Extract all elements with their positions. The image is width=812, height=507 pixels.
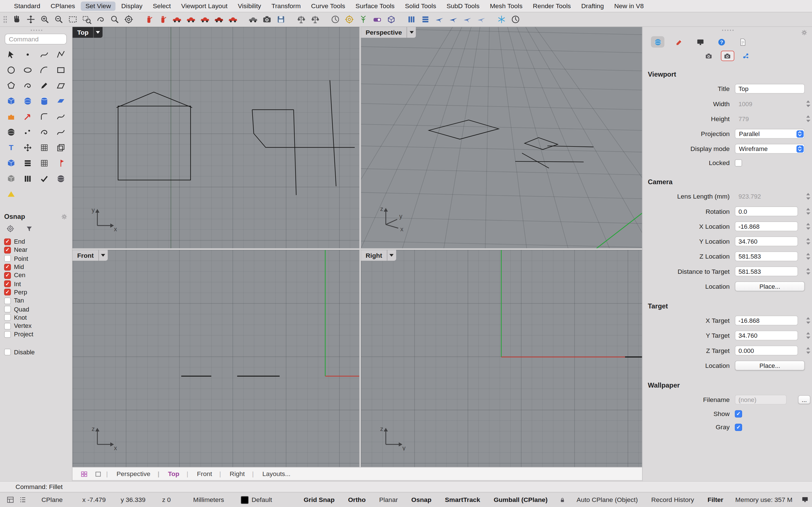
panel-gear-icon[interactable] <box>801 29 808 36</box>
menu-item[interactable]: Set View <box>81 1 116 11</box>
osnap-toggle[interactable]: Tan <box>4 297 68 305</box>
zoom-window-icon[interactable] <box>66 13 79 25</box>
locked-checkbox[interactable] <box>735 159 742 167</box>
plant-icon[interactable] <box>357 13 370 25</box>
cylinder-icon[interactable] <box>37 95 51 107</box>
viewport-tab[interactable]: Front <box>188 470 221 478</box>
y-location-stepper[interactable] <box>805 237 810 245</box>
layer-color-swatch[interactable] <box>241 496 249 504</box>
osnap-toggle[interactable]: Int <box>4 280 68 288</box>
target-view-icon[interactable] <box>343 13 356 25</box>
osnap-toggle[interactable]: Point <box>4 255 68 263</box>
osnap-toggle[interactable]: Cen <box>4 271 68 280</box>
blend-curve-icon[interactable] <box>54 111 68 122</box>
y-target-stepper[interactable] <box>805 332 810 339</box>
viewport-tab[interactable]: Top <box>159 470 188 478</box>
osnap-disable-toggle[interactable]: Disable <box>4 348 68 356</box>
current-layer[interactable]: Default <box>252 496 272 503</box>
menu-item[interactable]: Render Tools <box>528 1 575 11</box>
osnap-checkbox[interactable] <box>4 323 11 329</box>
osnap-toggle[interactable]: Near <box>4 246 68 255</box>
drape-icon[interactable] <box>54 173 68 184</box>
jet-icon[interactable] <box>461 13 474 25</box>
viewport-menu-arrow-icon[interactable] <box>407 27 416 38</box>
zoom-target-icon[interactable] <box>122 13 135 25</box>
osnap-checkbox[interactable] <box>4 238 11 245</box>
box-icon[interactable] <box>4 95 18 107</box>
osnap-checkbox[interactable] <box>4 264 11 270</box>
osnap-mode-icon[interactable] <box>5 224 15 233</box>
menu-item[interactable]: Viewport Layout <box>176 1 232 11</box>
zoom-extents-icon[interactable] <box>108 13 121 25</box>
distribute-icon[interactable] <box>20 157 35 169</box>
compass-icon[interactable] <box>509 13 522 25</box>
menu-item[interactable]: Solid Tools <box>400 1 441 11</box>
properties-tab[interactable] <box>651 36 665 48</box>
viewport-top[interactable]: Top y x <box>72 27 359 248</box>
rectangle-icon[interactable] <box>54 64 68 76</box>
osnap-toggle[interactable]: Mid <box>4 263 68 271</box>
menu-item[interactable]: New in V8 <box>610 1 649 11</box>
panel-toggle-icon[interactable] <box>801 496 809 504</box>
lasso-icon[interactable] <box>54 126 68 138</box>
rotate-view-icon[interactable] <box>24 13 37 25</box>
car-back-view-icon[interactable] <box>212 13 225 25</box>
z-target-stepper[interactable] <box>805 347 810 355</box>
display-mode-select[interactable]: Wireframe <box>735 144 805 154</box>
osnap-checkbox[interactable] <box>4 314 11 321</box>
menu-item[interactable]: Standard <box>9 1 45 11</box>
browse-button[interactable]: ... <box>798 395 810 404</box>
points-icon[interactable] <box>20 126 35 138</box>
notes-tab[interactable] <box>736 36 749 48</box>
status-toggle[interactable]: Grid Snap <box>297 496 341 503</box>
wallpaper-show-checkbox[interactable] <box>735 410 742 418</box>
point-icon[interactable] <box>20 49 35 61</box>
cplane-indicator[interactable]: CPlane <box>42 496 63 503</box>
z-location-stepper[interactable] <box>805 252 810 260</box>
plane-small-icon[interactable] <box>433 13 446 25</box>
status-toggle[interactable]: Ortho <box>342 496 372 503</box>
copy-icon[interactable] <box>54 142 68 154</box>
osnap-filter-icon[interactable] <box>24 224 34 233</box>
truck-icon[interactable] <box>246 13 259 25</box>
viewport-title-chip[interactable]: Right <box>361 250 396 261</box>
single-viewport-layout-icon[interactable] <box>94 470 102 478</box>
save-view-icon[interactable] <box>274 13 287 25</box>
link-properties-tab[interactable] <box>739 51 753 61</box>
viewport-menu-arrow-icon[interactable] <box>387 250 396 261</box>
align-columns-icon[interactable] <box>405 13 418 25</box>
hydrant-icon[interactable] <box>156 13 169 25</box>
list-panel-icon[interactable] <box>17 495 28 504</box>
osnap-checkbox[interactable] <box>4 247 11 253</box>
menu-item[interactable]: Curve Tools <box>306 1 350 11</box>
x-location-input[interactable] <box>735 221 798 231</box>
polygon-icon[interactable] <box>4 80 18 92</box>
distance-to-target-input[interactable] <box>735 267 798 276</box>
camera-properties-tab[interactable] <box>702 51 716 61</box>
osnap-checkbox[interactable] <box>4 297 11 304</box>
sketch-icon[interactable] <box>37 80 51 92</box>
plugin-icon[interactable] <box>4 111 18 122</box>
viewport-front[interactable]: Front z x <box>72 250 359 467</box>
snowflake-icon[interactable] <box>495 13 508 25</box>
text-icon[interactable] <box>4 142 18 154</box>
toolbar-drag-handle[interactable] <box>3 15 7 23</box>
status-toggle[interactable]: SmartTrack <box>438 496 487 503</box>
viewport-properties-tab[interactable] <box>721 51 734 61</box>
viewport-title-chip[interactable]: Perspective <box>361 27 416 38</box>
osnap-checkbox[interactable] <box>4 281 11 287</box>
osnap-checkbox[interactable] <box>4 289 11 296</box>
gumball-arrow-icon[interactable] <box>20 111 35 122</box>
helix-icon[interactable] <box>20 80 35 92</box>
car-detail-icon[interactable] <box>226 13 239 25</box>
viewport-tab[interactable]: Right <box>221 470 253 478</box>
camera-icon[interactable] <box>260 13 273 25</box>
car-front-view-icon[interactable] <box>185 13 197 25</box>
pan-view-icon[interactable] <box>10 13 23 25</box>
sphere-icon[interactable] <box>20 95 35 107</box>
zoom-selected-icon[interactable] <box>80 13 93 25</box>
display-tab[interactable] <box>672 36 686 48</box>
y-target-input[interactable] <box>735 331 798 341</box>
lens-length-stepper[interactable] <box>805 192 810 200</box>
osnap-gear-icon[interactable] <box>61 213 68 220</box>
